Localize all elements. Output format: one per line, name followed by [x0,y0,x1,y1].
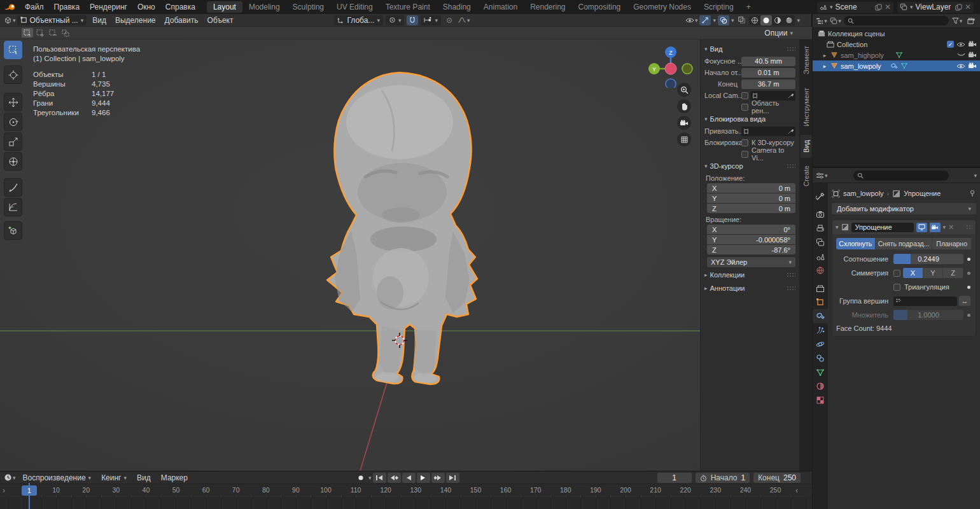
copy-icon[interactable] [875,4,882,11]
tool-add-cube[interactable] [4,221,22,240]
select-mode-extend-button[interactable] [34,28,46,38]
jump-to-end-button[interactable] [446,473,459,483]
scene-selector[interactable]: ▾ Scene ✕ [817,2,893,13]
decimate-tab-схлопнуть[interactable]: Схлопнуть [836,238,876,249]
vertex-group-field[interactable] [893,296,957,306]
ortho-toggle-button[interactable] [677,132,691,146]
timeline-menu-воспроизведение[interactable]: Воспроизведение▾ [18,473,96,483]
gizmos-toggle[interactable] [699,15,711,25]
tab-object-data[interactable] [813,365,828,379]
symmetry-axis-y[interactable]: Y [923,268,944,278]
camera-view-button[interactable] [677,116,691,130]
tab-scene[interactable] [813,249,828,263]
grip-icon[interactable] [787,164,795,169]
object-row-sam-highpoly[interactable]: ▸ sam_highpoly [813,50,980,60]
modifier-name-field[interactable]: Упрощение [851,223,914,232]
filter-type-dropdown[interactable]: ▾ [830,16,841,26]
expand-icon[interactable]: ▸ [822,63,828,69]
timeline-menu-кеинг[interactable]: Кеинг▾ [97,473,131,483]
play-button[interactable] [417,473,430,483]
workspace-tab-rendering[interactable]: Rendering [524,1,571,13]
tab-particles[interactable] [813,323,828,337]
eye-icon[interactable] [956,63,965,69]
collection-row[interactable]: Collection ✓ [813,39,980,50]
collapsed-panel-коллекции[interactable]: ▸Коллекции [704,269,795,281]
timeline-editor-type-button[interactable]: ▾ [4,473,16,483]
select-mode-new-button[interactable] [22,28,33,38]
triangulate-checkbox[interactable] [893,284,900,291]
camera-icon[interactable] [968,62,977,69]
cursor-location-x-field[interactable]: X0 m [707,183,795,193]
collection-checkbox[interactable]: ✓ [947,41,954,48]
viewlayer-selector[interactable]: ▾ ViewLayer ✕ [897,2,974,13]
current-frame-field[interactable]: 1 [657,473,692,483]
menu-рендеринг[interactable]: Рендеринг [85,3,132,11]
workspace-tab-shading[interactable]: Shading [437,1,477,13]
camera-icon[interactable] [968,52,977,59]
properties-editor-type-button[interactable]: ▾ [816,171,828,181]
sidebar-tab-create[interactable]: Create [801,160,812,192]
menu-файл[interactable]: Файл [20,3,49,11]
sidebar-tab-вид[interactable]: Вид [801,135,812,158]
setting-value-field[interactable]: 40.5 mm [741,57,795,66]
breadcrumb-modifier[interactable]: Упрощение [904,190,941,197]
chevron-down-icon[interactable]: ▾ [974,172,977,179]
eye-closed-icon[interactable] [957,52,965,58]
sidebar-tab-инструмент[interactable]: Инструмент [801,83,812,132]
menu-справка[interactable]: Справка [160,3,200,11]
cursor-rotation-y-field[interactable]: Y-0.000058° [707,235,795,244]
xray-toggle[interactable] [736,15,747,25]
tool-rotate[interactable] [4,113,22,131]
close-icon[interactable]: ✕ [885,3,891,11]
grip-icon[interactable] [787,46,795,52]
tool-annotate[interactable] [4,178,22,197]
workspace-tab-sculpting[interactable]: Sculpting [286,1,330,13]
ratio-slider[interactable]: 0.2449 [893,254,963,264]
workspace-tab-geometry-nodes[interactable]: Geometry Nodes [627,1,697,13]
rotation-order-dropdown[interactable]: XYZ Эйлер ▾ [707,257,795,267]
camera-icon[interactable] [968,41,977,48]
tab-texture[interactable] [813,393,828,407]
workspace-tab-modeling[interactable]: Modeling [242,1,286,13]
animate-dot[interactable] [967,286,970,289]
shading-solid-button[interactable] [760,15,772,25]
jump-to-start-button[interactable] [373,473,386,483]
workspace-tab-scripting[interactable]: Scripting [697,1,740,13]
workspace-tab-compositing[interactable]: Compositing [572,1,627,13]
expand-icon[interactable]: ▸ [822,52,828,59]
tool-select-box[interactable] [4,41,22,59]
shading-material-button[interactable] [772,15,783,25]
render-region-checkbox[interactable] [741,104,748,111]
copy-icon[interactable] [955,4,962,11]
scene-collection-row[interactable]: Коллекция сцены [813,28,980,39]
collapse-icon[interactable]: ▾ [836,224,839,230]
symmetry-checkbox[interactable] [893,270,900,277]
zoom-button[interactable] [677,83,691,97]
chevron-down-icon[interactable]: ▾ [713,17,716,24]
properties-search-input[interactable] [853,171,949,181]
gizmo-z-neg-axis[interactable] [666,79,676,88]
viewport-menu-добавить[interactable]: Добавить [160,16,203,25]
setting-value-field[interactable]: 36.7 m [741,80,795,89]
select-mode-invert-button[interactable] [60,28,71,38]
display-viewport-toggle[interactable] [916,223,927,232]
viewport-menu-выделение[interactable]: Выделение [111,16,160,25]
expand-right-icon[interactable]: ‹ [795,486,798,495]
panel-viewlock-header[interactable]: ▾ Блокировка вида [704,113,795,125]
orientation-dropdown[interactable]: Глоба... ▾ [334,15,382,25]
close-icon[interactable]: ✕ [948,223,954,232]
cursor-location-z-field[interactable]: Z0 m [707,204,795,213]
tab-constraints[interactable] [813,351,828,365]
overlays-toggle[interactable] [718,15,729,25]
prev-keyframe-button[interactable] [388,473,401,483]
workspace-tab-texture-paint[interactable]: Texture Paint [379,1,437,13]
local-camera-checkbox[interactable] [741,92,748,99]
viewport-menu-объект[interactable]: Объект [203,16,238,25]
grip-icon[interactable] [787,286,795,291]
lock-cursor-checkbox[interactable] [741,139,748,146]
viewport-menu-вид[interactable]: Вид [88,16,111,25]
camera-to-view-checkbox[interactable] [741,151,748,158]
navigation-gizmo[interactable]: Z Y [641,42,700,88]
tool-measure[interactable] [4,198,22,216]
cursor-rotation-x-field[interactable]: X0° [707,225,795,234]
